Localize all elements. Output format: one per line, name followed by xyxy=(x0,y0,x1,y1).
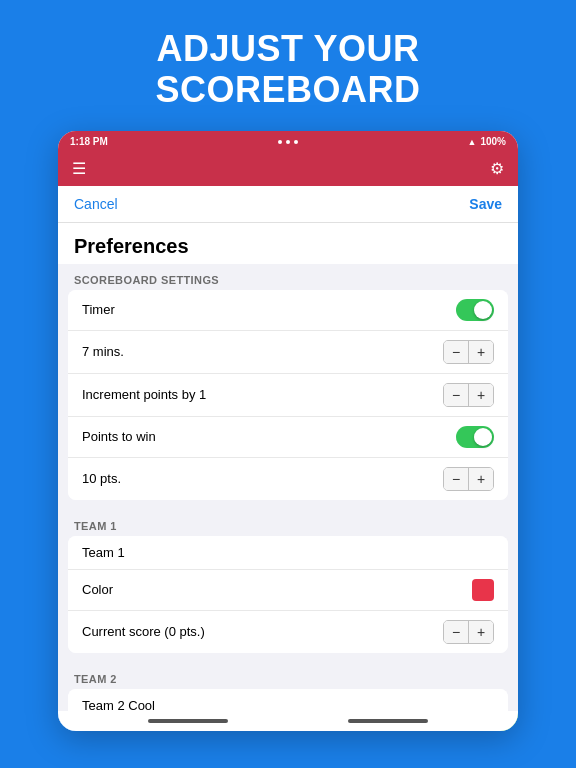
save-button[interactable]: Save xyxy=(469,196,502,212)
increment-row: Increment points by 1 − + xyxy=(68,374,508,417)
team1-plus-btn[interactable]: + xyxy=(469,621,493,643)
page-title: ADJUST YOUR SCOREBOARD xyxy=(115,0,460,131)
team1-settings-group: Team 1 Color Current score (0 pts.) − + xyxy=(68,536,508,653)
points-to-win-label: Points to win xyxy=(82,429,156,444)
increment-plus-btn[interactable]: + xyxy=(469,384,493,406)
team2-settings-group: Team 2 Cool Color Current score (0 pts.)… xyxy=(68,689,508,711)
points-value-row: 10 pts. − + xyxy=(68,458,508,500)
preferences-title: Preferences xyxy=(58,223,518,264)
timer-value-row: 7 mins. − + xyxy=(68,331,508,374)
points-minus-btn[interactable]: − xyxy=(444,468,468,490)
team1-color-row: Color xyxy=(68,570,508,611)
status-time: 1:18 PM xyxy=(70,136,108,147)
modal-content: Cancel Save Preferences Scoreboard setti… xyxy=(58,186,518,711)
team2-section-label: Team 2 xyxy=(58,663,518,689)
timer-stepper: − + xyxy=(443,340,494,364)
action-bar: Cancel Save xyxy=(58,186,518,223)
timer-label: Timer xyxy=(82,302,115,317)
increment-label: Increment points by 1 xyxy=(82,387,206,402)
battery-level: 100% xyxy=(480,136,506,147)
timer-plus-btn[interactable]: + xyxy=(469,341,493,363)
team2-name-row: Team 2 Cool xyxy=(68,689,508,711)
points-value-label: 10 pts. xyxy=(82,471,121,486)
timer-toggle[interactable] xyxy=(456,299,494,321)
scoreboard-settings-group: Timer 7 mins. − + Increment points by 1 … xyxy=(68,290,508,500)
team1-score-stepper: − + xyxy=(443,620,494,644)
team1-score-row: Current score (0 pts.) − + xyxy=(68,611,508,653)
team2-name-label: Team 2 Cool xyxy=(82,698,155,711)
team1-name-row: Team 1 xyxy=(68,536,508,570)
points-plus-btn[interactable]: + xyxy=(469,468,493,490)
team1-color-swatch[interactable] xyxy=(472,579,494,601)
app-header: ☰ ⚙ xyxy=(58,153,518,186)
team1-score-label: Current score (0 pts.) xyxy=(82,624,205,639)
team1-color-label: Color xyxy=(82,582,113,597)
home-indicator xyxy=(58,711,518,731)
team1-section-label: Team 1 xyxy=(58,510,518,536)
cancel-button[interactable]: Cancel xyxy=(74,196,118,212)
scoreboard-section-label: Scoreboard settings xyxy=(58,264,518,290)
timer-row: Timer xyxy=(68,290,508,331)
status-bar: 1:18 PM ▲ 100% xyxy=(58,131,518,153)
points-to-win-row: Points to win xyxy=(68,417,508,458)
device-frame: 1:18 PM ▲ 100% ☰ ⚙ Cancel Save Preferenc… xyxy=(58,131,518,731)
timer-minus-btn[interactable]: − xyxy=(444,341,468,363)
status-dots xyxy=(278,140,298,144)
increment-stepper: − + xyxy=(443,383,494,407)
gear-icon[interactable]: ⚙ xyxy=(490,159,504,178)
points-stepper: − + xyxy=(443,467,494,491)
timer-value-label: 7 mins. xyxy=(82,344,124,359)
increment-minus-btn[interactable]: − xyxy=(444,384,468,406)
points-to-win-toggle[interactable] xyxy=(456,426,494,448)
wifi-icon: ▲ xyxy=(467,137,476,147)
team1-minus-btn[interactable]: − xyxy=(444,621,468,643)
team1-name-label: Team 1 xyxy=(82,545,125,560)
status-right: ▲ 100% xyxy=(467,136,506,147)
menu-icon[interactable]: ☰ xyxy=(72,159,86,178)
